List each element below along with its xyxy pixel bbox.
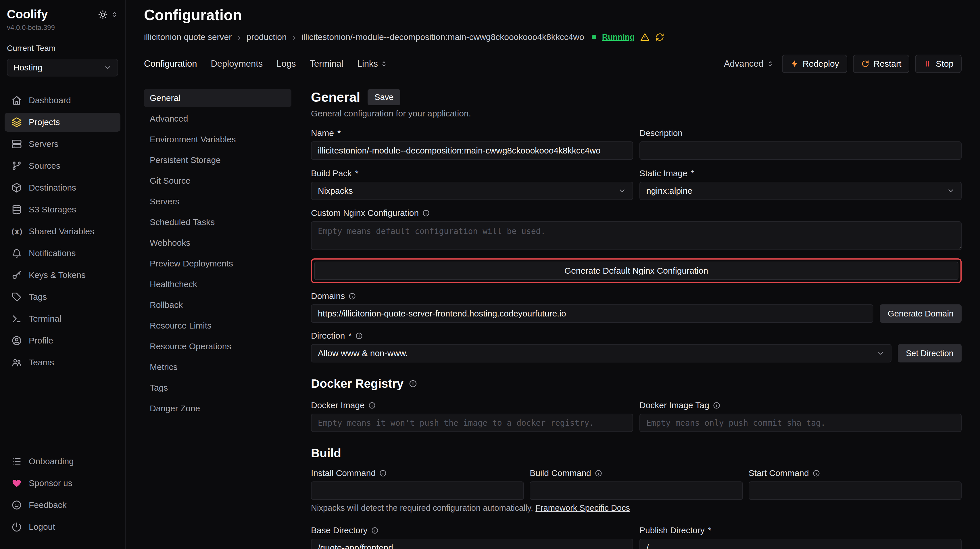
sidebar-item-onboarding[interactable]: Onboarding	[5, 452, 121, 471]
subnav-item-tags[interactable]: Tags	[144, 379, 291, 397]
tab-logs[interactable]: Logs	[277, 59, 296, 69]
chevron-down-icon	[877, 349, 885, 357]
sidebar-item-notifications[interactable]: Notifications	[5, 244, 121, 263]
version-chevrons-icon[interactable]	[111, 11, 118, 18]
required-asterisk: *	[348, 331, 352, 341]
sidebar-item-sources[interactable]: Sources	[5, 156, 121, 175]
sidebar-item-teams[interactable]: Teams	[5, 353, 121, 372]
build-pack-label: Build Pack*	[311, 169, 633, 178]
sidebar-item-profile[interactable]: Profile	[5, 331, 121, 350]
static-image-select[interactable]: nginx:alpine	[640, 181, 962, 200]
sidebar-item-shared-variables[interactable]: (x)Shared Variables	[5, 222, 121, 241]
tab-configuration[interactable]: Configuration	[144, 59, 197, 69]
team-select[interactable]: Hosting	[7, 59, 118, 76]
save-button[interactable]: Save	[368, 89, 400, 105]
breadcrumb-item[interactable]: illicitonion quote server	[144, 32, 232, 42]
sidebar-item-dashboard[interactable]: Dashboard	[5, 91, 121, 110]
heart-icon	[11, 478, 22, 489]
info-icon[interactable]	[379, 469, 387, 477]
sidebar-item-label: Shared Variables	[29, 226, 94, 236]
tab-terminal[interactable]: Terminal	[310, 59, 344, 69]
generate-domain-button[interactable]: Generate Domain	[880, 304, 962, 323]
subnav-item-webhooks[interactable]: Webhooks	[144, 234, 291, 252]
start-command-input[interactable]	[749, 481, 962, 500]
tab-deployments[interactable]: Deployments	[211, 59, 262, 69]
info-icon[interactable]	[713, 401, 721, 409]
sidebar-item-label: Tags	[29, 292, 47, 302]
info-icon[interactable]	[409, 379, 417, 388]
sidebar-item-label: Destinations	[29, 183, 76, 193]
sidebar-item-destinations[interactable]: Destinations	[5, 178, 121, 197]
subnav-item-healthcheck[interactable]: Healthcheck	[144, 275, 291, 293]
sidebar-nav: DashboardProjectsServersSourcesDestinati…	[0, 91, 125, 452]
tab-links[interactable]: Links	[357, 59, 388, 69]
description-label: Description	[640, 128, 962, 138]
framework-docs-link[interactable]: Framework Specific Docs	[535, 503, 630, 512]
name-input[interactable]	[311, 142, 633, 160]
subnav-item-metrics[interactable]: Metrics	[144, 358, 291, 376]
sidebar-item-feedback[interactable]: Feedback	[5, 495, 121, 514]
sidebar-item-label: Feedback	[29, 500, 67, 510]
info-icon[interactable]	[348, 292, 356, 300]
required-asterisk: *	[337, 128, 341, 138]
sync-icon[interactable]	[655, 32, 665, 42]
subnav-item-general[interactable]: General	[144, 89, 291, 107]
sidebar-item-servers[interactable]: Servers	[5, 135, 121, 153]
info-icon[interactable]	[371, 527, 379, 534]
subnav-item-environment-variables[interactable]: Environment Variables	[144, 130, 291, 148]
sidebar-item-s3-storages[interactable]: S3 Storages	[5, 200, 121, 219]
set-direction-button[interactable]: Set Direction	[898, 344, 962, 363]
description-input[interactable]	[640, 142, 962, 160]
theme-toggle-icon[interactable]	[98, 10, 108, 19]
sidebar-footer: OnboardingSponsor usFeedbackLogout	[0, 452, 125, 539]
sidebar-item-sponsor-us[interactable]: Sponsor us	[5, 474, 121, 493]
git-branch-icon	[11, 161, 22, 171]
domains-input[interactable]	[311, 304, 873, 323]
info-icon[interactable]	[813, 469, 820, 477]
restart-button[interactable]: Restart	[853, 55, 910, 73]
generate-nginx-config-button[interactable]: Generate Default Nginx Configuration	[314, 262, 958, 280]
subnav-item-rollback[interactable]: Rollback	[144, 296, 291, 314]
docker-image-input[interactable]	[311, 414, 633, 432]
subnav-item-danger-zone[interactable]: Danger Zone	[144, 399, 291, 417]
info-icon[interactable]	[595, 469, 602, 477]
redeploy-button[interactable]: Redeploy	[782, 55, 847, 73]
stop-button[interactable]: Stop	[915, 55, 962, 73]
stop-icon	[923, 59, 932, 68]
sidebar-item-terminal[interactable]: Terminal	[5, 309, 121, 328]
direction-select[interactable]: Allow www & non-www.	[311, 344, 891, 363]
tag-icon	[11, 292, 22, 302]
build-command-input[interactable]	[530, 481, 743, 500]
breadcrumb-separator: ›	[237, 32, 240, 42]
sidebar-item-projects[interactable]: Projects	[5, 113, 121, 132]
subnav-item-persistent-storage[interactable]: Persistent Storage	[144, 151, 291, 169]
info-icon[interactable]	[422, 209, 430, 217]
info-icon[interactable]	[355, 332, 363, 340]
subnav-item-preview-deployments[interactable]: Preview Deployments	[144, 255, 291, 272]
subnav-item-resource-operations[interactable]: Resource Operations	[144, 337, 291, 355]
warning-icon[interactable]	[640, 32, 649, 42]
publish-directory-input[interactable]	[640, 539, 962, 549]
advanced-dropdown[interactable]: Advanced	[724, 59, 774, 69]
sidebar-item-keys-tokens[interactable]: Keys & Tokens	[5, 266, 121, 285]
breadcrumb-item[interactable]: production	[246, 32, 286, 42]
subnav-item-git-source[interactable]: Git Source	[144, 172, 291, 190]
subnav-item-resource-limits[interactable]: Resource Limits	[144, 317, 291, 334]
subnav-item-scheduled-tasks[interactable]: Scheduled Tasks	[144, 213, 291, 231]
install-command-input[interactable]	[311, 481, 524, 500]
settings-subnav: GeneralAdvancedEnvironment VariablesPers…	[144, 89, 291, 549]
build-pack-select[interactable]: Nixpacks	[311, 181, 633, 200]
bell-icon	[11, 248, 22, 258]
subnav-item-advanced[interactable]: Advanced	[144, 110, 291, 127]
docker-image-tag-input[interactable]	[640, 414, 962, 432]
status-running-link[interactable]: Running	[602, 32, 635, 42]
info-icon[interactable]	[368, 401, 376, 409]
breadcrumb-item[interactable]: illicitestonion/-module--decomposition:m…	[301, 32, 584, 42]
docker-image-label: Docker Image	[311, 400, 633, 410]
nginx-config-textarea[interactable]	[311, 221, 962, 250]
base-directory-input[interactable]	[311, 539, 633, 549]
sidebar-item-tags[interactable]: Tags	[5, 287, 121, 306]
sidebar-item-label: Keys & Tokens	[29, 270, 86, 280]
sidebar-item-logout[interactable]: Logout	[5, 517, 121, 536]
subnav-item-servers[interactable]: Servers	[144, 193, 291, 210]
